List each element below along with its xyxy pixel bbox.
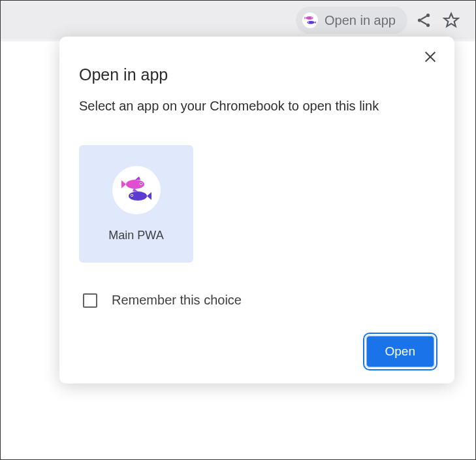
open-button[interactable]: Open xyxy=(366,335,435,368)
close-button[interactable] xyxy=(420,48,440,68)
open-in-app-chip[interactable]: Open in app xyxy=(296,7,407,34)
svg-point-5 xyxy=(418,18,421,22)
remember-label: Remember this choice xyxy=(112,293,242,308)
share-icon[interactable] xyxy=(413,9,435,31)
svg-line-7 xyxy=(421,16,427,20)
svg-point-14 xyxy=(140,183,142,184)
close-icon xyxy=(423,50,437,67)
dialog-description: Select an app on your Chromebook to open… xyxy=(79,96,435,116)
svg-point-6 xyxy=(426,24,430,27)
remember-choice-row: Remember this choice xyxy=(79,293,435,308)
svg-point-1 xyxy=(311,17,313,18)
app-option-main-pwa[interactable]: Main PWA xyxy=(79,145,193,263)
browser-toolbar: Open in app xyxy=(1,1,475,40)
dialog-actions: Open xyxy=(79,335,435,368)
dialog-title: Open in app xyxy=(79,65,435,84)
fish-icon xyxy=(302,12,318,28)
open-in-app-dialog: Open in app Select an app on your Chrome… xyxy=(59,37,454,384)
app-option-label: Main PWA xyxy=(108,229,163,242)
svg-point-4 xyxy=(426,14,430,17)
svg-point-17 xyxy=(131,195,133,196)
svg-line-8 xyxy=(421,21,427,24)
fish-icon xyxy=(112,166,161,214)
svg-point-3 xyxy=(308,22,309,23)
star-icon[interactable] xyxy=(440,9,462,31)
open-in-app-chip-label: Open in app xyxy=(325,13,396,28)
svg-marker-9 xyxy=(444,14,458,27)
remember-checkbox[interactable] xyxy=(83,293,97,308)
